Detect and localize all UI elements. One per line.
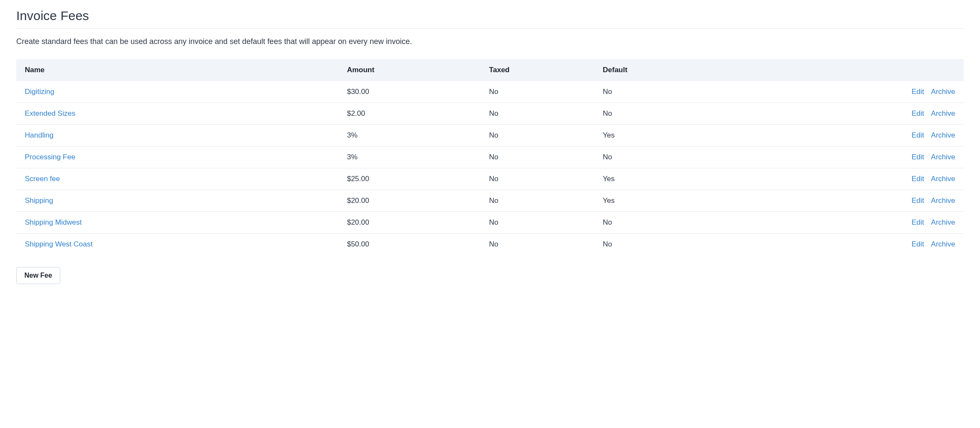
fee-actions: EditArchive: [736, 168, 964, 190]
column-header-actions: [736, 59, 964, 81]
page-title: Invoice Fees: [16, 9, 964, 29]
fee-default: No: [594, 234, 736, 255]
fee-name-link[interactable]: Handling: [25, 131, 53, 139]
fee-taxed: No: [481, 168, 594, 190]
edit-link[interactable]: Edit: [912, 175, 924, 183]
fee-name-link[interactable]: Processing Fee: [25, 153, 75, 161]
fee-actions: EditArchive: [736, 147, 964, 168]
page-description: Create standard fees that can be used ac…: [16, 37, 964, 46]
edit-link[interactable]: Edit: [912, 196, 924, 205]
fee-amount: $20.00: [338, 212, 480, 234]
fee-default: Yes: [594, 125, 736, 147]
fee-amount: $50.00: [338, 234, 480, 255]
fee-amount: 3%: [338, 147, 480, 168]
table-row: Shipping West Coast$50.00NoNoEditArchive: [16, 234, 964, 255]
new-fee-button[interactable]: New Fee: [16, 267, 60, 284]
fee-name-link[interactable]: Shipping West Coast: [25, 240, 92, 248]
archive-link[interactable]: Archive: [931, 153, 955, 161]
fee-actions: EditArchive: [736, 212, 964, 234]
fee-actions: EditArchive: [736, 81, 964, 103]
fee-default: No: [594, 147, 736, 168]
column-header-default: Default: [594, 59, 736, 81]
fee-name-link[interactable]: Shipping: [25, 196, 53, 205]
archive-link[interactable]: Archive: [931, 240, 955, 248]
column-header-name: Name: [16, 59, 338, 81]
table-row: Shipping$20.00NoYesEditArchive: [16, 190, 964, 212]
fee-default: Yes: [594, 168, 736, 190]
edit-link[interactable]: Edit: [912, 240, 924, 248]
archive-link[interactable]: Archive: [931, 131, 955, 139]
fee-taxed: No: [481, 125, 594, 147]
edit-link[interactable]: Edit: [912, 218, 924, 226]
fee-default: No: [594, 81, 736, 103]
edit-link[interactable]: Edit: [912, 131, 924, 139]
edit-link[interactable]: Edit: [912, 153, 924, 161]
fee-amount: $25.00: [338, 168, 480, 190]
fee-amount: $30.00: [338, 81, 480, 103]
fee-name-link[interactable]: Digitizing: [25, 88, 54, 96]
table-row: Screen fee$25.00NoYesEditArchive: [16, 168, 964, 190]
fee-default: No: [594, 103, 736, 125]
fee-default: No: [594, 212, 736, 234]
table-row: Handling3%NoYesEditArchive: [16, 125, 964, 147]
fee-name-link[interactable]: Screen fee: [25, 175, 60, 183]
fee-amount: $20.00: [338, 190, 480, 212]
archive-link[interactable]: Archive: [931, 218, 955, 226]
table-row: Processing Fee3%NoNoEditArchive: [16, 147, 964, 168]
archive-link[interactable]: Archive: [931, 88, 955, 96]
fee-taxed: No: [481, 190, 594, 212]
archive-link[interactable]: Archive: [931, 109, 955, 117]
table-row: Shipping Midwest$20.00NoNoEditArchive: [16, 212, 964, 234]
table-row: Digitizing$30.00NoNoEditArchive: [16, 81, 964, 103]
fee-amount: 3%: [338, 125, 480, 147]
edit-link[interactable]: Edit: [912, 88, 924, 96]
fee-table: Name Amount Taxed Default Digitizing$30.…: [16, 59, 964, 255]
fee-amount: $2.00: [338, 103, 480, 125]
column-header-amount: Amount: [338, 59, 480, 81]
fee-actions: EditArchive: [736, 103, 964, 125]
column-header-taxed: Taxed: [481, 59, 594, 81]
fee-taxed: No: [481, 81, 594, 103]
fee-actions: EditArchive: [736, 234, 964, 255]
edit-link[interactable]: Edit: [912, 109, 924, 117]
fee-actions: EditArchive: [736, 190, 964, 212]
archive-link[interactable]: Archive: [931, 196, 955, 205]
fee-taxed: No: [481, 234, 594, 255]
fee-name-link[interactable]: Extended Sizes: [25, 109, 75, 117]
table-row: Extended Sizes$2.00NoNoEditArchive: [16, 103, 964, 125]
archive-link[interactable]: Archive: [931, 175, 955, 183]
fee-default: Yes: [594, 190, 736, 212]
fee-name-link[interactable]: Shipping Midwest: [25, 218, 82, 226]
fee-taxed: No: [481, 212, 594, 234]
fee-taxed: No: [481, 103, 594, 125]
fee-taxed: No: [481, 147, 594, 168]
fee-actions: EditArchive: [736, 125, 964, 147]
